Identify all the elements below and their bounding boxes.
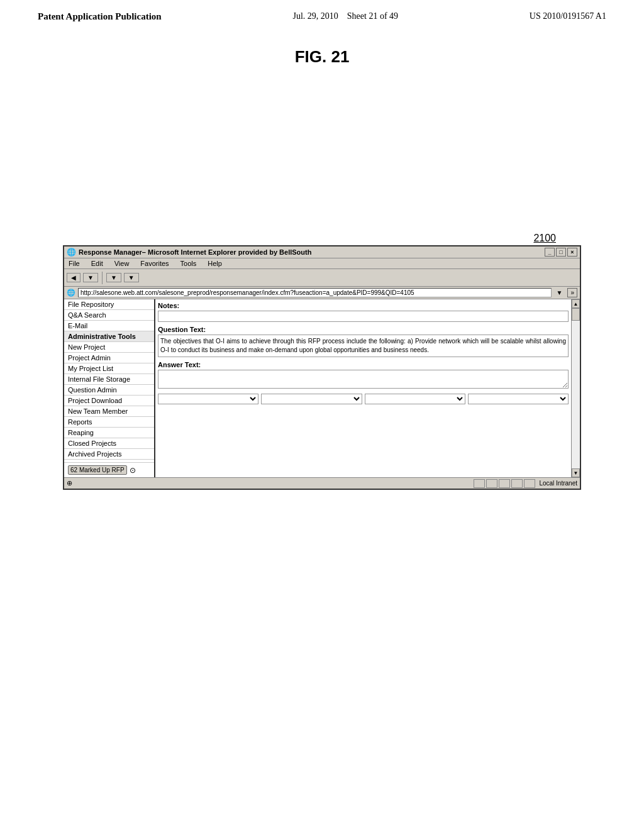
menu-favorites[interactable]: Favorites (138, 259, 170, 268)
sidebar-item-admin-tools[interactable]: Administrative Tools (64, 331, 154, 342)
rfp-badge[interactable]: 62 Marked Up RFP (68, 465, 127, 475)
scroll-down-button[interactable]: ▼ (572, 468, 580, 477)
notes-input[interactable] (158, 311, 569, 322)
figure-label: FIG. 21 (0, 47, 644, 67)
sidebar-item-reports[interactable]: Reports (64, 417, 154, 428)
question-section: Question Text: The objectives that O-I a… (158, 326, 569, 357)
status-icon: ⊕ (67, 479, 72, 487)
status-text: Local Intranet (539, 480, 577, 487)
menu-view[interactable]: View (113, 259, 131, 268)
sidebar-item-reaping[interactable]: Reaping (64, 428, 154, 438)
sidebar-item-file-repository[interactable]: File Repository (64, 299, 154, 310)
dropdown-2[interactable] (261, 394, 362, 404)
refresh-button[interactable]: ▼ (124, 273, 139, 282)
sidebar-bottom: 62 Marked Up RFP ⊙ (64, 462, 154, 477)
forward-button[interactable]: ▼ (83, 273, 98, 282)
patent-header: Patent Application Publication Jul. 29, … (0, 0, 644, 28)
sidebar-item-project-admin[interactable]: Project Admin (64, 353, 154, 363)
scroll-up-button[interactable]: ▲ (572, 299, 580, 308)
sidebar-item-question-admin[interactable]: Question Admin (64, 385, 154, 396)
notes-label: Notes: (158, 302, 569, 309)
status-segment-2 (486, 479, 497, 488)
go-button[interactable]: » (567, 288, 577, 297)
scroll-track (572, 308, 580, 468)
sidebar: File Repository Q&A Search E-Mail Admini… (64, 299, 155, 477)
address-dropdown[interactable]: ▼ (554, 289, 565, 297)
figure-label-wrapper: FIG. 21 (0, 47, 644, 67)
answer-label: Answer Text: (158, 361, 569, 368)
reference-number: 2100 (533, 233, 556, 244)
title-bar-left: 🌐 Response Manager– Microsoft Internet E… (67, 248, 311, 257)
sidebar-item-internal-file-storage[interactable]: Internal File Storage (64, 374, 154, 385)
menu-file[interactable]: File (67, 259, 82, 268)
browser-window: 🌐 Response Manager– Microsoft Internet E… (63, 245, 581, 490)
status-segments: Local Intranet (474, 479, 577, 488)
question-label: Question Text: (158, 326, 569, 333)
sidebar-item-email[interactable]: E-Mail (64, 321, 154, 331)
sidebar-item-archived-projects[interactable]: Archived Projects (64, 449, 154, 460)
dropdown-3[interactable] (365, 394, 465, 404)
sidebar-item-new-project[interactable]: New Project (64, 342, 154, 353)
stop-button[interactable]: ▼ (106, 273, 121, 282)
content-area: Notes: Question Text: The objectives tha… (155, 299, 571, 477)
sidebar-item-qa-search[interactable]: Q&A Search (64, 310, 154, 321)
status-segment-1 (474, 479, 485, 488)
status-segment-5 (524, 479, 535, 488)
address-label: 🌐 (67, 289, 75, 297)
answer-section: Answer Text: (158, 361, 569, 390)
toolbar-separator (102, 272, 103, 284)
content-wrapper: File Repository Q&A Search E-Mail Admini… (64, 299, 580, 477)
title-bar: 🌐 Response Manager– Microsoft Internet E… (64, 246, 580, 258)
scrollbar[interactable]: ▲ ▼ (571, 299, 580, 477)
sidebar-item-project-download[interactable]: Project Download (64, 396, 154, 406)
browser-icon: 🌐 (67, 248, 76, 257)
sidebar-item-my-project-list[interactable]: My Project List (64, 363, 154, 374)
status-segment-3 (499, 479, 510, 488)
dropdown-4[interactable] (468, 394, 569, 404)
back-button[interactable]: ◀ (67, 273, 80, 282)
menu-bar: File Edit View Favorites Tools Help (64, 258, 580, 269)
answer-input[interactable] (158, 370, 569, 389)
status-segment-4 (511, 479, 523, 488)
dropdown-1[interactable] (158, 394, 258, 404)
menu-edit[interactable]: Edit (89, 259, 105, 268)
toolbar: ◀ ▼ ▼ ▼ (64, 269, 580, 287)
status-bar: ⊕ Local Intranet (64, 477, 580, 489)
maximize-button[interactable]: □ (556, 248, 566, 257)
settings-icon[interactable]: ⊙ (130, 466, 136, 475)
menu-help[interactable]: Help (206, 259, 224, 268)
browser-title: Response Manager– Microsoft Internet Exp… (79, 248, 311, 256)
scroll-thumb[interactable] (572, 308, 580, 321)
address-bar: 🌐 ▼ » (64, 287, 580, 299)
sidebar-item-new-team-member[interactable]: New Team Member (64, 406, 154, 417)
dropdown-row (158, 394, 569, 404)
patent-right: US 2010/0191567 A1 (530, 11, 606, 22)
address-input[interactable] (78, 288, 552, 297)
window-controls[interactable]: _ □ × (545, 248, 577, 257)
menu-tools[interactable]: Tools (179, 259, 199, 268)
patent-left: Patent Application Publication (38, 11, 162, 22)
close-button[interactable]: × (567, 248, 577, 257)
sidebar-item-closed-projects[interactable]: Closed Projects (64, 438, 154, 449)
minimize-button[interactable]: _ (545, 248, 555, 257)
question-text: The objectives that O-I aims to achieve … (158, 335, 569, 357)
notes-section: Notes: (158, 302, 569, 322)
patent-center: Jul. 29, 2010 Sheet 21 of 49 (292, 11, 398, 22)
